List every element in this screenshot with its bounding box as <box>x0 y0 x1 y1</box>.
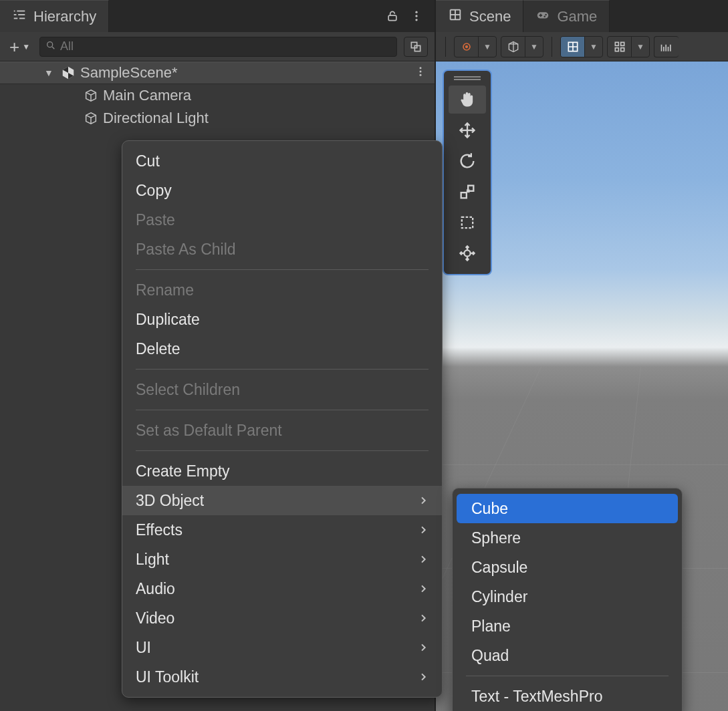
menu-item-copy[interactable]: Copy <box>122 176 442 205</box>
chevron-right-icon <box>418 580 429 598</box>
overlay-grip-icon[interactable] <box>454 76 481 80</box>
hand-tool-button[interactable] <box>449 86 486 114</box>
grid-line <box>436 464 728 465</box>
menu-item-paste-as-child: Paste As Child <box>122 235 442 264</box>
tab-scene[interactable]: Scene <box>436 0 523 32</box>
chevron-right-icon <box>418 492 429 510</box>
svg-point-40 <box>465 45 467 47</box>
local-global-toggle[interactable]: ▼ <box>501 36 543 57</box>
chevron-right-icon <box>418 521 429 539</box>
submenu-item-label: Sphere <box>471 529 521 547</box>
svg-rect-50 <box>620 47 624 51</box>
hierarchy-item-label: Main Camera <box>103 87 191 104</box>
toolbar-divider <box>445 37 446 57</box>
chevron-down-icon[interactable]: ▼ <box>525 37 543 57</box>
rotate-tool-button[interactable] <box>449 147 486 175</box>
3d-object-submenu: CubeSphereCapsuleCylinderPlaneQuadText -… <box>452 488 683 711</box>
submenu-item-label: Text - TextMeshPro <box>471 688 602 706</box>
submenu-item-quad[interactable]: Quad <box>457 641 678 670</box>
snap-increment-icon <box>608 37 632 57</box>
menu-item-label: Select Children <box>136 381 240 399</box>
cube-outline-icon <box>83 88 99 104</box>
grid-snap-toggle[interactable]: ▼ <box>560 36 603 57</box>
hierarchy-item[interactable]: Directional Light <box>0 107 435 130</box>
chevron-down-icon[interactable]: ▼ <box>632 37 649 57</box>
menu-item-video[interactable]: Video <box>122 603 442 633</box>
svg-rect-49 <box>615 47 618 51</box>
svg-point-17 <box>420 67 422 69</box>
globe-icon <box>501 37 525 57</box>
svg-line-11 <box>52 47 54 49</box>
chevron-right-icon <box>418 609 429 627</box>
submenu-item-label: Quad <box>471 647 509 665</box>
pivot-center-toggle[interactable]: ▼ <box>454 36 497 57</box>
chevron-down-icon[interactable]: ▼ <box>479 37 496 57</box>
menu-item-label: Duplicate <box>136 311 200 329</box>
submenu-item-capsule[interactable]: Capsule <box>457 553 678 582</box>
menu-item-effects[interactable]: Effects <box>122 515 442 545</box>
submenu-item-sphere[interactable]: Sphere <box>457 523 678 553</box>
submenu-item-cylinder[interactable]: Cylinder <box>457 582 678 611</box>
menu-item-set-as-default-parent: Set as Default Parent <box>122 416 442 445</box>
menu-item-label: Video <box>136 609 174 627</box>
snap-increment-toggle[interactable]: ▼ <box>607 36 650 57</box>
search-mode-button[interactable] <box>404 37 428 57</box>
chevron-right-icon <box>418 639 429 657</box>
menu-item-create-empty[interactable]: Create Empty <box>122 456 442 486</box>
chevron-right-icon <box>418 551 429 569</box>
kebab-icon[interactable] <box>406 6 427 26</box>
tab-game[interactable]: Game <box>523 0 610 32</box>
svg-line-22 <box>91 92 96 95</box>
submenu-item-label: Cube <box>471 500 508 518</box>
menu-item-light[interactable]: Light <box>122 545 442 574</box>
ruler-toggle[interactable] <box>654 36 679 57</box>
menu-item-label: Paste <box>136 211 175 229</box>
hierarchy-context-menu: CutCopyPastePaste As ChildRenameDuplicat… <box>122 140 443 698</box>
menu-item-duplicate[interactable]: Duplicate <box>122 305 442 334</box>
hierarchy-toolbar: + ▼ <box>0 32 435 61</box>
tab-hierarchy[interactable]: Hierarchy <box>0 0 109 32</box>
foldout-icon[interactable]: ▼ <box>44 67 56 78</box>
svg-rect-38 <box>540 13 541 17</box>
move-tool-button[interactable] <box>449 116 486 144</box>
menu-item-label: UI <box>136 639 151 657</box>
scene-toolbar: ▼ ▼ ▼ ▼ <box>436 32 728 61</box>
search-input-container[interactable] <box>39 37 397 57</box>
scene-kebab-icon[interactable] <box>414 64 427 82</box>
search-input[interactable] <box>60 39 391 53</box>
menu-separator <box>136 369 429 370</box>
menu-item-ui[interactable]: UI <box>122 633 442 662</box>
menu-item-cut[interactable]: Cut <box>122 146 442 176</box>
scale-tool-button[interactable] <box>449 178 486 206</box>
svg-point-36 <box>544 15 546 17</box>
menu-separator <box>136 410 429 410</box>
cube-outline-icon <box>83 110 99 126</box>
menu-item-label: Effects <box>136 521 183 539</box>
svg-point-19 <box>420 74 422 76</box>
add-button[interactable]: + ▼ <box>7 38 33 55</box>
menu-item-label: UI Toolkit <box>136 668 199 686</box>
submenu-item-label: Capsule <box>471 559 527 577</box>
scene-tab-bar: Scene Game <box>436 0 728 32</box>
rect-tool-button[interactable] <box>449 208 486 237</box>
hierarchy-tab-label: Hierarchy <box>33 8 96 25</box>
menu-separator <box>136 450 429 451</box>
hierarchy-item[interactable]: Main Camera <box>0 84 435 107</box>
chevron-down-icon[interactable]: ▼ <box>585 37 602 57</box>
submenu-item-text-textmeshpro[interactable]: Text - TextMeshPro <box>457 682 678 711</box>
submenu-item-cube[interactable]: Cube <box>457 494 678 523</box>
menu-item-audio[interactable]: Audio <box>122 574 442 603</box>
transform-tool-button[interactable] <box>449 239 486 267</box>
chevron-down-icon: ▼ <box>22 42 30 51</box>
menu-item-delete[interactable]: Delete <box>122 334 442 364</box>
game-tab-icon <box>535 7 550 26</box>
submenu-item-plane[interactable]: Plane <box>457 611 678 641</box>
search-icon <box>45 40 56 53</box>
scene-name: SampleScene* <box>80 64 178 82</box>
menu-item-3d-object[interactable]: 3D Object <box>122 486 442 515</box>
lock-icon[interactable] <box>382 6 402 26</box>
scene-row[interactable]: ▼ SampleScene* <box>0 61 435 84</box>
menu-item-ui-toolkit[interactable]: UI Toolkit <box>122 662 442 692</box>
scene-tab-label: Scene <box>469 8 511 25</box>
svg-point-18 <box>420 71 422 73</box>
